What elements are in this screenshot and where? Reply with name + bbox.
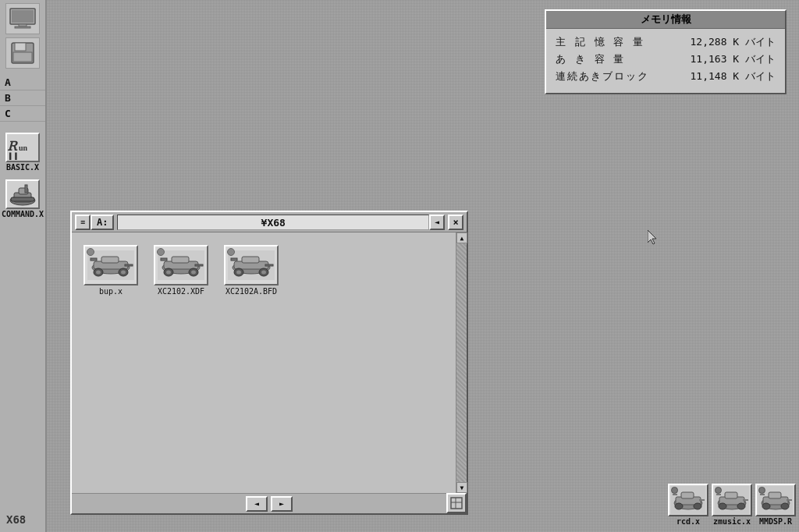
dock-badge-0	[671, 487, 678, 494]
svg-rect-62	[716, 494, 721, 495]
car-image-0	[87, 250, 134, 280]
svg-rect-46	[451, 498, 462, 509]
bottom-dock: rcd.x zmusic.x	[668, 484, 796, 526]
dock-item-0[interactable]: rcd.x	[668, 484, 708, 526]
car-image-2	[228, 250, 275, 280]
mouse-cursor	[648, 230, 659, 249]
drive-label-c[interactable]: C	[0, 106, 45, 122]
command-label: COMMAND.X	[2, 210, 44, 218]
sidebar-icon-system1[interactable]	[5, 3, 40, 34]
mem-value-0: 12,288 K バイト	[691, 35, 776, 49]
svg-rect-7	[13, 52, 32, 62]
svg-rect-40	[231, 258, 237, 261]
file-item-0[interactable]: bup.x	[80, 245, 142, 296]
drive-badge[interactable]: A:	[91, 215, 114, 230]
x68-logo: X68	[6, 513, 26, 526]
file-item-1[interactable]: XC2102.XDF	[150, 245, 212, 296]
svg-point-72	[762, 503, 770, 509]
scroll-track	[456, 243, 467, 482]
dock-name-0: rcd.x	[676, 517, 700, 526]
memory-titlebar[interactable]: メモリ情報	[546, 11, 785, 29]
mem-row-2: 連続あきブロック 11,148 K バイト	[556, 69, 776, 83]
svg-rect-30	[161, 258, 167, 261]
scroll-left-button[interactable]: ◄	[246, 496, 268, 512]
vertical-scrollbar[interactable]: ▲ ▼	[456, 232, 467, 493]
svg-rect-2	[12, 10, 34, 23]
svg-rect-15	[11, 197, 34, 201]
cursor-icon	[648, 230, 659, 246]
dock-badge-2	[758, 487, 765, 494]
svg-rect-69	[769, 492, 781, 498]
file-badge-1	[157, 248, 165, 256]
svg-point-73	[781, 503, 789, 509]
monitor-icon	[9, 7, 37, 30]
mem-row-1: あ き 容 量 11,163 K バイト	[556, 52, 776, 66]
car-image-1	[158, 250, 204, 280]
file-titlebar: ≡ A: ¥X68 ◄ ×	[72, 212, 467, 232]
svg-rect-39	[242, 257, 259, 263]
svg-point-35	[191, 271, 196, 275]
sidebar-icon-system2[interactable]	[5, 37, 40, 69]
basic-icon-box: 𝑅 un ▌▐	[5, 133, 40, 162]
svg-text:un: un	[19, 144, 28, 152]
file-browser-window: ≡ A: ¥X68 ◄ ×	[70, 211, 468, 515]
dock-name-2: MMDSP.R	[759, 517, 792, 526]
svg-rect-53	[681, 492, 694, 498]
scroll-down-button[interactable]: ▼	[456, 482, 467, 493]
svg-point-57	[694, 503, 701, 509]
titlebar-menu-icon[interactable]: ≡	[75, 215, 91, 230]
resize-icon	[450, 497, 463, 509]
dock-icon-2	[755, 484, 796, 516]
svg-rect-55	[699, 499, 705, 501]
scroll-up-btn[interactable]: ◄	[429, 215, 445, 230]
scroll-right-button[interactable]: ►	[271, 496, 293, 512]
mem-row-0: 主 記 憶 容 量 12,288 K バイト	[556, 35, 776, 49]
file-icon-0	[83, 245, 138, 286]
svg-point-45	[261, 271, 266, 275]
dock-badge-1	[715, 487, 722, 494]
svg-point-65	[737, 503, 745, 509]
svg-point-25	[121, 271, 126, 275]
svg-rect-4	[15, 27, 30, 28]
file-item-2[interactable]: XC2102A.BFD	[220, 245, 282, 296]
dock-name-1: zmusic.x	[713, 517, 751, 526]
basic-run-icon: 𝑅 un ▌▐	[8, 135, 37, 160]
mem-label-2: 連続あきブロック	[556, 69, 649, 83]
file-badge-0	[87, 248, 94, 256]
memory-title: メモリ情報	[641, 13, 691, 25]
app-icon-command[interactable]: COMMAND.X	[2, 179, 44, 218]
scroll-up-button[interactable]: ▲	[456, 232, 467, 243]
svg-rect-70	[760, 494, 765, 495]
resize-button[interactable]	[446, 493, 467, 513]
svg-rect-6	[15, 43, 26, 51]
dock-item-1[interactable]: zmusic.x	[712, 484, 752, 526]
svg-rect-61	[725, 492, 737, 498]
app-icon-basic[interactable]: 𝑅 un ▌▐ BASIC.X	[5, 133, 40, 172]
memory-window: メモリ情報 主 記 憶 容 量 12,288 K バイト あ き 容 量 11,…	[545, 9, 787, 94]
drive-label-a[interactable]: A	[0, 75, 45, 90]
dock-item-2[interactable]: MMDSP.R	[755, 484, 796, 526]
memory-body: 主 記 憶 容 量 12,288 K バイト あ き 容 量 11,163 K …	[546, 29, 785, 93]
mem-label-0: 主 記 憶 容 量	[556, 35, 645, 49]
svg-point-24	[96, 271, 101, 275]
svg-point-34	[166, 271, 171, 275]
svg-rect-41	[265, 264, 273, 266]
file-toolbar-bottom: ◄ ►	[72, 493, 467, 513]
close-btn[interactable]: ×	[448, 215, 463, 230]
file-icon-1	[154, 245, 208, 286]
svg-rect-14	[25, 185, 27, 193]
command-icon-box	[5, 179, 40, 209]
sidebar: A B C 𝑅 un ▌▐ BASIC.X	[0, 0, 47, 532]
mem-value-1: 11,163 K バイト	[691, 52, 776, 66]
svg-rect-63	[743, 499, 748, 501]
x68-label-text: X68	[6, 513, 26, 526]
svg-rect-21	[125, 264, 133, 266]
svg-rect-20	[91, 258, 97, 261]
dock-icon-0	[668, 484, 708, 516]
file-path: ¥X68	[117, 215, 429, 230]
svg-rect-29	[172, 257, 189, 263]
drive-label-b[interactable]: B	[0, 90, 45, 106]
svg-marker-49	[648, 230, 656, 244]
file-content-area: bup.x XC2102.XDF	[72, 232, 456, 493]
file-name-0: bup.x	[99, 287, 123, 296]
